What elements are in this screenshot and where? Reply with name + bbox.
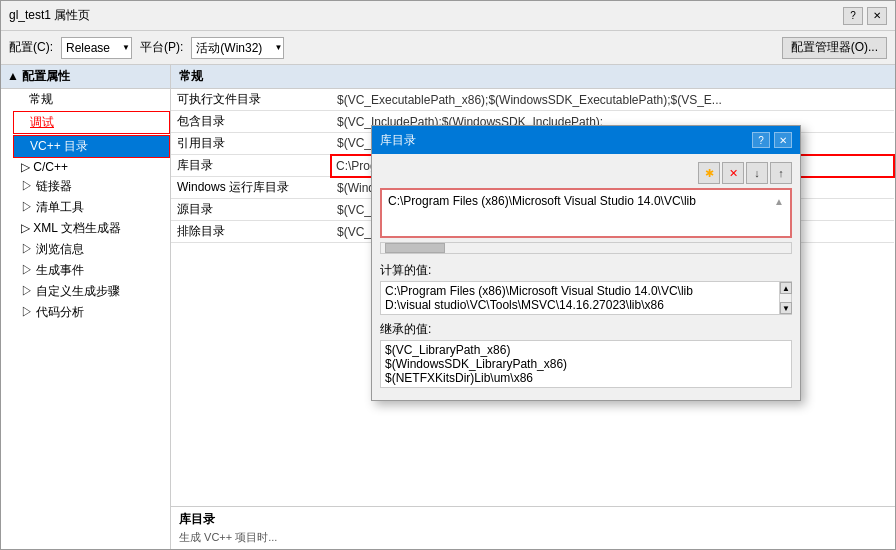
- h-scrollbar[interactable]: [380, 242, 792, 254]
- inherited-item-3: $(NETFXKitsDir)Lib\um\x86: [385, 371, 787, 385]
- prop-name-include: 包含目录: [171, 111, 331, 133]
- tree-item-vcpp[interactable]: VC++ 目录: [13, 135, 170, 158]
- computed-scrollbar[interactable]: ▲ ▼: [779, 282, 791, 314]
- prop-name-lib: 库目录: [171, 155, 331, 177]
- inherited-item-2: $(WindowsSDK_LibraryPath_x86): [385, 357, 787, 371]
- title-bar: gl_test1 属性页 ? ✕: [1, 1, 895, 31]
- config-select[interactable]: Release: [61, 37, 132, 59]
- dialog-list-input[interactable]: [388, 194, 770, 208]
- inherited-item-1: $(VC_LibraryPath_x86): [385, 343, 787, 357]
- config-bar: 配置(C): Release ▼ 平台(P): 活动(Win32) ▼ 配置管理…: [1, 31, 895, 65]
- prop-name-exe: 可执行文件目录: [171, 89, 331, 111]
- dialog-title-btns: ? ✕: [752, 132, 792, 148]
- scrollbar-thumb[interactable]: [385, 243, 445, 253]
- dialog-overlay: 库目录 ? ✕ ✱ ✕ ↓ ↑: [371, 125, 801, 401]
- inherited-title: 继承的值:: [380, 321, 792, 338]
- scroll-up-btn[interactable]: ▲: [780, 282, 792, 294]
- dialog-body: ✱ ✕ ↓ ↑ ▲: [372, 154, 800, 400]
- tree-item-manifest[interactable]: ▷ 清单工具: [13, 197, 170, 218]
- tree-item-browse[interactable]: ▷ 浏览信息: [13, 239, 170, 260]
- main-window: gl_test1 属性页 ? ✕ 配置(C): Release ▼ 平台(P):…: [0, 0, 896, 550]
- dialog-title-bar: 库目录 ? ✕: [372, 126, 800, 154]
- computed-item-1: C:\Program Files (x86)\Microsoft Visual …: [385, 284, 777, 298]
- tree-header-label: ▲ 配置属性: [7, 68, 70, 85]
- properties-section-header: 常规: [171, 65, 895, 89]
- tree-item-custom-build[interactable]: ▷ 自定义生成步骤: [13, 281, 170, 302]
- prop-name-winrt: Windows 运行库目录: [171, 177, 331, 199]
- dialog-list-item: ▲: [386, 192, 786, 210]
- move-down-button[interactable]: ↓: [746, 162, 768, 184]
- dialog-computed: 计算的值: C:\Program Files (x86)\Microsoft V…: [380, 262, 792, 315]
- prop-name-exclude: 排除目录: [171, 221, 331, 243]
- left-panel: ▲ 配置属性 常规 调试 VC++ 目录 ▷ C/C++ ▷ 链接器 ▷ 清单工…: [1, 65, 171, 549]
- move-up-button[interactable]: ↑: [770, 162, 792, 184]
- tree-section-header[interactable]: ▲ 配置属性: [1, 65, 170, 89]
- platform-select[interactable]: 活动(Win32): [191, 37, 284, 59]
- scroll-down-btn[interactable]: ▼: [780, 302, 792, 314]
- tree-item-build-events[interactable]: ▷ 生成事件: [13, 260, 170, 281]
- bottom-title: 库目录: [179, 511, 887, 528]
- close-button[interactable]: ✕: [867, 7, 887, 25]
- tree-item-xml[interactable]: ▷ XML 文档生成器: [13, 218, 170, 239]
- computed-item-2: D:\visual studio\VC\Tools\MSVC\14.16.270…: [385, 298, 777, 312]
- right-panel: 常规 可执行文件目录 $(VC_ExecutablePath_x86);$(Wi…: [171, 65, 895, 549]
- dialog-toolbar: ✱ ✕ ↓ ↑: [380, 162, 792, 184]
- prop-name-ref: 引用目录: [171, 133, 331, 155]
- list-arrow-icon: ▲: [774, 196, 784, 207]
- dialog-title: 库目录: [380, 132, 416, 149]
- computed-list: C:\Program Files (x86)\Microsoft Visual …: [380, 281, 792, 315]
- tree-group: 常规 调试 VC++ 目录 ▷ C/C++ ▷ 链接器 ▷ 清单工具 ▷ XML…: [1, 89, 170, 323]
- config-select-wrapper: Release ▼: [61, 37, 132, 59]
- content-area: ▲ 配置属性 常规 调试 VC++ 目录 ▷ C/C++ ▷ 链接器 ▷ 清单工…: [1, 65, 895, 549]
- tree-item-normal[interactable]: 常规: [13, 89, 170, 110]
- manage-button[interactable]: 配置管理器(O)...: [782, 37, 887, 59]
- config-label: 配置(C):: [9, 39, 53, 56]
- tree-item-code-analysis[interactable]: ▷ 代码分析: [13, 302, 170, 323]
- platform-select-wrapper: 活动(Win32) ▼: [191, 37, 284, 59]
- prop-value-exe[interactable]: $(VC_ExecutablePath_x86);$(WindowsSDK_Ex…: [331, 89, 894, 111]
- window-title: gl_test1 属性页: [9, 7, 90, 24]
- platform-label: 平台(P):: [140, 39, 183, 56]
- dialog-help-btn[interactable]: ?: [752, 132, 770, 148]
- delete-button[interactable]: ✕: [722, 162, 744, 184]
- table-row: 可执行文件目录 $(VC_ExecutablePath_x86);$(Windo…: [171, 89, 894, 111]
- tree-item-debug[interactable]: 调试: [13, 111, 170, 134]
- title-bar-buttons: ? ✕: [843, 7, 887, 25]
- tree-item-linker[interactable]: ▷ 链接器: [13, 176, 170, 197]
- inherited-list: $(VC_LibraryPath_x86) $(WindowsSDK_Libra…: [380, 340, 792, 388]
- dialog-close-btn[interactable]: ✕: [774, 132, 792, 148]
- help-button[interactable]: ?: [843, 7, 863, 25]
- tree-item-cpp[interactable]: ▷ C/C++: [13, 158, 170, 176]
- dialog-inherited: 继承的值: $(VC_LibraryPath_x86) $(WindowsSDK…: [380, 321, 792, 388]
- bottom-section: 库目录 生成 VC++ 项目时...: [171, 506, 895, 549]
- dialog-list: ▲: [380, 188, 792, 238]
- section-header-label: 常规: [179, 69, 203, 83]
- add-button[interactable]: ✱: [698, 162, 720, 184]
- bottom-desc: 生成 VC++ 项目时...: [179, 530, 887, 545]
- prop-name-source: 源目录: [171, 199, 331, 221]
- computed-title: 计算的值:: [380, 262, 792, 279]
